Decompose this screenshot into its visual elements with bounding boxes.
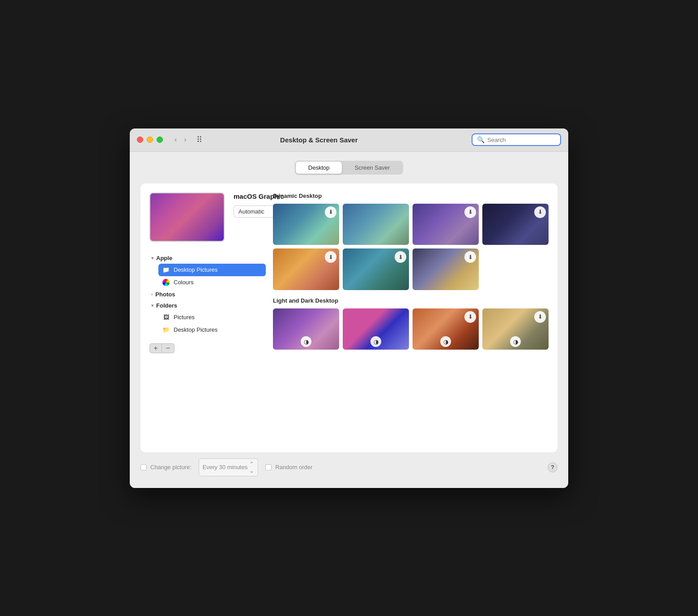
traffic-lights (137, 137, 163, 143)
download-icon-3: ⬇ (464, 206, 476, 218)
interval-dropdown[interactable]: Every 30 minutes ⌃⌄ (199, 458, 258, 476)
main-area: macOS Graphic Automatic Light (Still) Da… (140, 184, 558, 452)
main-window: ‹ › ⠿ Desktop & Screen Saver 🔍 Desktop S… (130, 128, 568, 488)
random-order-checkbox[interactable] (265, 464, 272, 471)
change-picture-label[interactable]: Change picture: (140, 464, 192, 471)
pictures-icon: 🖼 (162, 313, 170, 321)
sidebar-item-desktop-pictures-2-label: Desktop Pictures (174, 326, 217, 333)
download-icon-5: ⬇ (325, 251, 336, 263)
light-dark-grid: ◑ ◑ ⬇ ◑ ⬇ ◑ (273, 308, 549, 350)
help-button[interactable]: ? (548, 462, 558, 472)
sidebar-group-apple[interactable]: ▾ Apple (149, 252, 266, 264)
change-picture-checkbox[interactable] (140, 464, 147, 471)
window-title: Desktop & Screen Saver (172, 136, 466, 144)
gallery-section-dynamic: Dynamic Desktop ⬇ ⬇ ⬇ (273, 192, 549, 290)
chevron-down-icon-2: ▾ (151, 303, 153, 308)
wallpaper-thumb-11[interactable]: ⬇ ◑ (482, 308, 549, 350)
interval-label: Every 30 minutes (203, 464, 247, 471)
sidebar-item-pictures-label: Pictures (174, 314, 195, 321)
wallpaper-thumb-7[interactable]: ⬇ (413, 248, 479, 290)
colors-icon (162, 278, 170, 287)
wallpaper-thumb-10[interactable]: ⬇ ◑ (413, 308, 479, 350)
preview-image (149, 192, 225, 242)
titlebar: ‹ › ⠿ Desktop & Screen Saver 🔍 (130, 128, 568, 152)
light-dark-icon-8: ◑ (301, 336, 311, 347)
folder-icon-2: 📁 (162, 326, 170, 334)
add-remove-bar: + − (149, 343, 266, 353)
light-dark-icon-9: ◑ (370, 336, 381, 347)
section-title-dynamic: Dynamic Desktop (273, 192, 549, 199)
download-icon-4: ⬇ (534, 206, 546, 218)
download-icon-6: ⬇ (395, 251, 406, 263)
dynamic-desktop-grid: ⬇ ⬇ ⬇ ⬇ ⬇ (273, 204, 549, 290)
search-icon: 🔍 (477, 136, 485, 143)
tabs: Desktop Screen Saver (295, 161, 403, 175)
sidebar-group-folders[interactable]: ▾ Folders (149, 300, 266, 311)
interval-arrow-icon: ⌃⌄ (249, 461, 254, 474)
random-order-text: Random order (275, 464, 312, 471)
change-picture-text: Change picture: (150, 464, 192, 471)
wallpaper-thumb-1[interactable]: ⬇ (273, 204, 339, 245)
sidebar-item-desktop-pictures-label: Desktop Pictures (174, 266, 217, 273)
chevron-right-icon: › (151, 292, 153, 297)
sidebar-apple-items: 📁 Desktop Pictures Colours (158, 264, 266, 289)
remove-button[interactable]: − (162, 343, 174, 353)
light-dark-icon-11: ◑ (510, 336, 521, 347)
tab-desktop[interactable]: Desktop (296, 162, 342, 174)
light-dark-icon-10: ◑ (440, 336, 451, 347)
minimize-button[interactable] (147, 137, 153, 143)
preview-section: macOS Graphic Automatic Light (Still) Da… (149, 192, 266, 242)
sidebar-item-pictures[interactable]: 🖼 Pictures (158, 311, 266, 324)
download-icon-11: ⬇ (534, 311, 546, 323)
download-icon-10: ⬇ (464, 311, 476, 323)
tabs-container: Desktop Screen Saver (140, 161, 558, 175)
tab-screen-saver[interactable]: Screen Saver (342, 162, 402, 174)
wallpaper-thumb-3[interactable]: ⬇ (413, 204, 479, 245)
add-button[interactable]: + (149, 343, 162, 353)
sidebar-item-colours-label: Colours (174, 279, 194, 286)
wallpaper-thumb-6[interactable]: ⬇ (343, 248, 409, 290)
gallery-section-light-dark: Light and Dark Desktop ◑ ◑ ⬇ ◑ (273, 297, 549, 350)
search-input[interactable] (487, 137, 556, 143)
download-icon-1: ⬇ (325, 206, 336, 218)
sidebar-folders-items: 🖼 Pictures 📁 Desktop Pictures (158, 311, 266, 336)
wallpaper-thumb-8[interactable]: ◑ (273, 308, 339, 350)
left-panel: macOS Graphic Automatic Light (Still) Da… (149, 192, 266, 443)
wallpaper-thumb-9[interactable]: ◑ (343, 308, 409, 350)
sidebar-item-desktop-pictures[interactable]: 📁 Desktop Pictures (158, 264, 266, 276)
close-button[interactable] (137, 137, 143, 143)
wallpaper-thumb-4[interactable]: ⬇ (482, 204, 549, 245)
sidebar-group-apple-label: Apple (156, 255, 172, 261)
right-panel: Dynamic Desktop ⬇ ⬇ ⬇ (273, 192, 549, 443)
section-title-light-dark: Light and Dark Desktop (273, 297, 549, 304)
sidebar-item-colours[interactable]: Colours (158, 276, 266, 289)
random-order-label[interactable]: Random order (265, 464, 312, 471)
sidebar-item-desktop-pictures-2[interactable]: 📁 Desktop Pictures (158, 324, 266, 336)
sidebar-group-photos[interactable]: › Photos (149, 289, 266, 300)
maximize-button[interactable] (157, 137, 163, 143)
wallpaper-thumb-2[interactable] (343, 204, 409, 245)
sidebar: ▾ Apple 📁 Desktop Pictures Colours (149, 252, 266, 336)
sidebar-group-photos-label: Photos (155, 291, 175, 298)
sidebar-group-folders-label: Folders (156, 302, 177, 309)
download-icon-7: ⬇ (464, 251, 476, 263)
chevron-down-icon: ▾ (151, 256, 153, 261)
search-box[interactable]: 🔍 (472, 133, 561, 146)
folder-icon: 📁 (162, 266, 170, 274)
wallpaper-thumb-5[interactable]: ⬇ (273, 248, 339, 290)
